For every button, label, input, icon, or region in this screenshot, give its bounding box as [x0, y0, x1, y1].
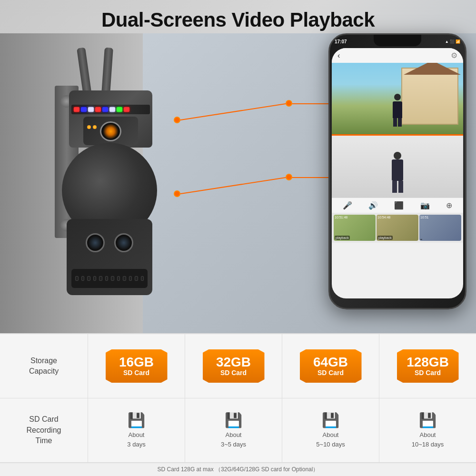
person-legs — [391, 118, 404, 127]
sd-icon-3: 💾 — [322, 412, 339, 428]
person-leg-right — [398, 118, 402, 127]
ir-led-10 — [129, 276, 132, 281]
person-silhouette-bottom — [392, 152, 403, 193]
lower-lens-panel — [67, 219, 152, 295]
connector-dot-phone-upper — [286, 100, 292, 107]
light-white — [88, 107, 94, 112]
storage-table: Storage Capacity 16GB SD Card 32GB SD Ca… — [0, 334, 476, 476]
snapshot-icon[interactable]: 📷 — [420, 201, 430, 210]
ps2-leg-right — [398, 181, 403, 193]
upper-camera-body — [69, 90, 152, 148]
record-label-2: About 3~5 days — [221, 430, 246, 449]
storage-capacity-row: Storage Capacity 16GB SD Card 32GB SD Ca… — [0, 334, 476, 398]
mic-icon[interactable]: 🎤 — [343, 201, 352, 210]
record-label-1: About 3 days — [127, 430, 145, 449]
ps2-body — [392, 159, 403, 181]
capacity-gb-16: 16GB — [119, 356, 154, 369]
upper-lens-housing — [83, 117, 138, 145]
screen-bottom-view — [332, 136, 463, 198]
storage-cell-64gb: 64GB SD Card — [282, 334, 379, 398]
thumbnail-2[interactable]: 10:54:48 playback — [377, 215, 418, 241]
record-days-4: 10~18 days — [412, 441, 444, 448]
upper-leds — [87, 125, 97, 129]
settings-button[interactable]: ⚙ — [451, 51, 457, 60]
thumb-time-1: 10:51:48 — [335, 216, 347, 219]
light-blue2 — [102, 107, 108, 112]
connector-dot-lower — [174, 190, 180, 197]
record-icon[interactable]: ⬛ — [394, 201, 404, 210]
recording-time-row: SD Card Recording Time 💾 About 3 days 💾 — [0, 398, 476, 463]
recording-cell-1018days: 💾 About 10~18 days — [379, 398, 476, 462]
led2 — [93, 125, 97, 129]
top-section: Dual-Screens Video Playback — [0, 0, 476, 333]
light-white2 — [109, 107, 115, 112]
lower-lens-row — [67, 219, 152, 252]
more-icon[interactable]: ⊕ — [446, 201, 452, 210]
thumb-time-3: 10:51 — [420, 216, 429, 219]
connector-dot-upper — [174, 117, 180, 123]
badge-128gb: 128GB SD Card — [397, 349, 459, 383]
record-label-3: About 5~10 days — [316, 430, 345, 449]
light-red2 — [95, 107, 101, 112]
camera-assembly — [29, 48, 190, 314]
phone-app-header: ‹ ⚙ — [332, 48, 463, 63]
phone-time: 17:07 — [335, 39, 347, 44]
light-red3 — [124, 107, 129, 112]
phone-mockup: 17:07 ▲ ⬛ 📶 ‹ ⚙ — [328, 33, 466, 309]
ir-led-12 — [141, 276, 144, 281]
light-green — [117, 107, 122, 112]
light-red — [74, 107, 79, 112]
record-days-2: 3~5 days — [221, 441, 246, 448]
connector-dot-phone-lower — [286, 174, 292, 180]
recording-cells: 💾 About 3 days 💾 About 3~5 days — [88, 398, 476, 462]
thumbnail-1[interactable]: 10:51:48 playback — [334, 215, 376, 241]
record-about-2: About — [226, 431, 242, 438]
ir-led-9 — [123, 276, 126, 281]
record-about-3: About — [323, 431, 339, 438]
table-rows: Storage Capacity 16GB SD Card 32GB SD Ca… — [0, 334, 476, 463]
thumb-label-2: playback — [377, 236, 393, 240]
phone-status-icons: ▲ ⬛ 📶 — [445, 40, 460, 44]
ir-led-3 — [87, 276, 90, 281]
storage-cells: 16GB SD Card 32GB SD Card 64GB SD — [88, 334, 476, 398]
recording-cell-3days: 💾 About 3 days — [88, 398, 185, 462]
sd-icon-1: 💾 — [128, 412, 145, 428]
ir-led-1 — [75, 276, 79, 281]
capacity-gb-32: 32GB — [216, 356, 251, 369]
lower-lens-right — [114, 233, 133, 252]
capacity-gb-64: 64GB — [313, 356, 348, 369]
led1 — [87, 125, 91, 129]
phone-screen: ‹ ⚙ — [332, 48, 463, 298]
thumbnail-3[interactable]: 10:51 — [419, 215, 461, 241]
recording-time-label: SD Card Recording Time — [0, 398, 88, 462]
badge-32gb: 32GB SD Card — [203, 349, 265, 383]
record-about-1: About — [129, 431, 145, 438]
house-background — [401, 68, 458, 125]
phone-status-bar: 17:07 ▲ ⬛ 📶 — [335, 37, 460, 46]
thumb-label-1: playback — [335, 236, 350, 240]
person-body — [393, 101, 402, 118]
screen-top-view — [332, 63, 463, 134]
ir-led-6 — [105, 276, 109, 281]
recording-time-text: SD Card Recording Time — [27, 414, 61, 446]
ps2-legs — [392, 181, 403, 193]
record-days-3: 5~10 days — [316, 441, 345, 448]
phone-thumbnails: 10:51:48 playback 10:54:48 playback 10:5… — [332, 213, 463, 243]
storage-capacity-text: Storage Capacity — [29, 356, 59, 377]
footer-note-text: SD Card 128G at max （32G/64G/128G SD car… — [158, 466, 319, 474]
upper-lens — [100, 121, 121, 141]
capacity-label-16: SD Card — [123, 369, 149, 377]
light-bar — [71, 105, 150, 114]
capacity-label-32: SD Card — [220, 369, 247, 377]
badge-16gb: 16GB SD Card — [106, 349, 168, 383]
light-blue — [81, 107, 87, 112]
sd-icon-4: 💾 — [419, 412, 436, 428]
back-button[interactable]: ‹ — [337, 51, 340, 60]
storage-cell-16gb: 16GB SD Card — [88, 334, 185, 398]
speaker-icon[interactable]: 🔊 — [368, 201, 378, 210]
ps2-head — [394, 152, 401, 159]
recording-cell-510days: 💾 About 5~10 days — [282, 398, 379, 462]
ir-led-11 — [135, 276, 138, 281]
record-days-1: 3 days — [127, 441, 145, 448]
page-title: Dual-Screens Video Playback — [0, 0, 476, 31]
